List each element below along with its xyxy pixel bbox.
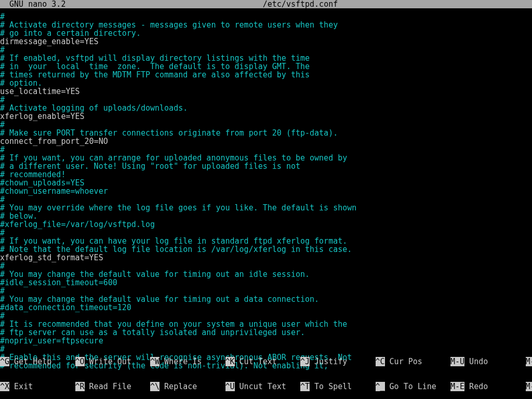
editor-line: # Make sure PORT transfer connections or… <box>0 129 532 137</box>
shortcut-key[interactable]: ^G <box>0 357 9 366</box>
editor-line: # You may change the default value for t… <box>0 270 532 278</box>
shortcut-key[interactable]: ^W <box>150 357 159 366</box>
editor-line: # ftp server can use as a totally isolat… <box>0 328 532 337</box>
shortcut-key[interactable]: ^R <box>75 382 85 391</box>
shortcut-label: Cur Pos <box>385 357 450 366</box>
shortcut-key[interactable]: ^U <box>225 382 235 391</box>
shortcut-key[interactable]: ^J <box>300 357 310 366</box>
shortcut-key[interactable]: M-A <box>526 357 533 366</box>
shortcut-label: To Spell <box>310 382 375 391</box>
editor-line: # times returned by the MDTM FTP command… <box>0 71 532 79</box>
editor-line: # recommended! <box>0 170 532 179</box>
editor-line: # <box>0 195 532 204</box>
editor-line: #xferlog_file=/var/log/vsftpd.log <box>0 220 532 229</box>
shortcut-label: Cut Text <box>235 357 300 366</box>
shortcut-label: Write Out <box>85 357 150 366</box>
editor-line: # <box>0 96 532 104</box>
editor-line: # <box>0 229 532 237</box>
editor-line: # <box>0 287 532 295</box>
shortcut-key[interactable]: ^K <box>225 357 235 366</box>
file-path: /etc/vsftpd.conf <box>263 0 338 9</box>
editor-line: xferlog_enable=YES <box>0 112 532 121</box>
shortcut-label: Redo <box>464 382 525 391</box>
shortcut-key[interactable]: M-E <box>450 382 464 391</box>
editor-line: # <box>0 46 532 54</box>
editor-line: # Activate logging of uploads/downloads. <box>0 104 532 112</box>
editor-line: xferlog_std_format=YES <box>0 254 532 262</box>
shortcut-label: Where Is <box>159 357 225 366</box>
editor-line: use_localtime=YES <box>0 87 532 96</box>
editor-line: # <box>0 12 532 21</box>
shortcut-key[interactable]: ^O <box>75 357 85 366</box>
editor-line: # below. <box>0 212 532 220</box>
shortcut-row-2: ^X Exit ^R Read File ^\ Replace ^U Uncut… <box>0 382 532 391</box>
editor-content[interactable]: ## Activate directory messages - message… <box>0 8 532 370</box>
shortcut-label: Get Help <box>9 357 75 366</box>
editor-line: #chown_username=whoever <box>0 187 532 195</box>
shortcut-label: Justify <box>310 357 375 366</box>
editor-line: #idle_session_timeout=600 <box>0 278 532 287</box>
editor-line: # Note that the default log file locatio… <box>0 245 532 254</box>
shortcut-label: Uncut Text <box>235 382 300 391</box>
title-bar: GNU nano 3.2 /etc/vsftpd.conf <box>0 0 532 8</box>
shortcut-key[interactable]: ^T <box>300 382 310 391</box>
shortcut-label: Exit <box>9 382 75 391</box>
shortcut-bar: ^G Get Help ^O Write Out ^W Where Is ^K … <box>0 341 532 399</box>
editor-line: #chown_uploads=YES <box>0 179 532 187</box>
shortcut-label: Go To Line <box>385 382 450 391</box>
editor-line: # <box>0 121 532 129</box>
editor-line: # It is recommended that you define on y… <box>0 320 532 328</box>
editor-line: # You may change the default value for t… <box>0 295 532 303</box>
shortcut-key[interactable]: M-6 <box>526 382 533 391</box>
editor-line: # go into a certain directory. <box>0 29 532 37</box>
editor-line: # <box>0 312 532 320</box>
editor-line: # option. <box>0 79 532 87</box>
editor-line: # Activate directory messages - messages… <box>0 21 532 29</box>
shortcut-key[interactable]: M-U <box>450 357 464 366</box>
app-name: GNU nano 3.2 <box>0 0 65 9</box>
editor-line: dirmessage_enable=YES <box>0 37 532 46</box>
editor-line: # If you want, you can have your log fil… <box>0 237 532 245</box>
shortcut-label: Undo <box>464 357 525 366</box>
shortcut-row-1: ^G Get Help ^O Write Out ^W Where Is ^K … <box>0 357 532 366</box>
editor-line: # You may override where the log file go… <box>0 204 532 212</box>
shortcut-key[interactable]: ^X <box>0 382 9 391</box>
editor-line: connect_from_port_20=NO <box>0 137 532 145</box>
editor-line: #data_connection_timeout=120 <box>0 303 532 312</box>
shortcut-key[interactable]: ^_ <box>376 382 385 391</box>
shortcut-key[interactable]: ^C <box>376 357 385 366</box>
shortcut-key[interactable]: ^\ <box>150 382 159 391</box>
editor-line: # If enabled, vsftpd will display direct… <box>0 54 532 62</box>
editor-line: # in your local time zone. The default i… <box>0 62 532 71</box>
editor-line: # If you want, you can arrange for uploa… <box>0 154 532 162</box>
editor-line: # <box>0 262 532 270</box>
editor-line: # a different user. Note! Using "root" f… <box>0 162 532 170</box>
shortcut-label: Replace <box>159 382 225 391</box>
shortcut-label: Read File <box>85 382 150 391</box>
editor-line: # <box>0 145 532 154</box>
